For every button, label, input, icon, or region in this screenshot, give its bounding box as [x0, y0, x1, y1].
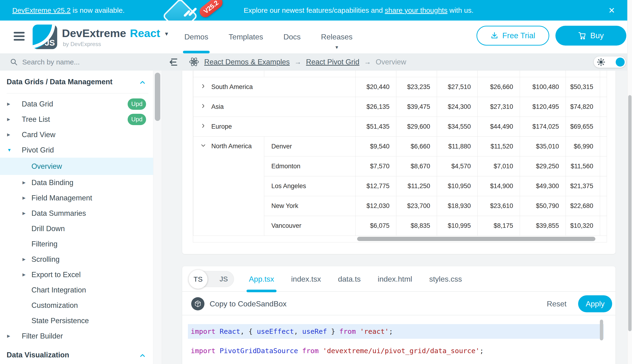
expand-row-icon[interactable]: [200, 123, 206, 130]
pivot-partial-cell: [600, 176, 607, 196]
pivot-value-cell: $12,030: [356, 196, 396, 216]
tab-data-ts[interactable]: data.ts: [338, 266, 361, 292]
pivot-header-cell: [356, 70, 396, 77]
theme-toggle[interactable]: [594, 56, 626, 68]
sidebar-item-card-view[interactable]: ▶Card View: [0, 127, 153, 142]
nav-item-releases[interactable]: Releases▼: [321, 20, 352, 53]
react-icon: [189, 56, 199, 68]
sidebar-item-state-persistence[interactable]: State Persistence: [0, 313, 153, 328]
sidebar-item-pivot-grid[interactable]: ▼Pivot Grid: [0, 142, 153, 158]
pivot-partial-cell: [600, 136, 607, 156]
chevron-down-icon[interactable]: ▼: [164, 31, 169, 37]
sidebar-item-label: Customization: [32, 301, 78, 310]
pivot-row-header-vancouver[interactable]: Vancouver: [264, 216, 356, 236]
lang-option-js[interactable]: JS: [220, 271, 228, 287]
sidebar-item-label: Drill Down: [32, 224, 65, 233]
sidebar-item-export-to-excel[interactable]: ▶Export to Excel: [0, 267, 153, 282]
buy-button[interactable]: Buy: [555, 26, 626, 46]
sidebar-item-overview[interactable]: Overview: [0, 158, 153, 175]
code-token: React: [220, 328, 240, 336]
pivot-value-cell: $29,600: [396, 116, 437, 136]
pivot-value-cell: $20,440: [356, 77, 396, 97]
nav-item-docs[interactable]: Docs: [283, 20, 301, 53]
pivot-partial-cell: [600, 216, 607, 236]
sidebar-item-chart-integration[interactable]: Chart Integration: [0, 282, 153, 298]
chevron-up-icon[interactable]: [140, 351, 145, 359]
horizontal-scrollbar-thumb[interactable]: [357, 237, 595, 241]
reset-button[interactable]: Reset: [547, 292, 566, 315]
pivot-row-header-asia[interactable]: Asia: [193, 97, 356, 116]
sidebar-item-scrolling[interactable]: ▶Scrolling: [0, 252, 153, 267]
sidebar-nav: Data Grids / Data Management▶Data GridUp…: [0, 70, 153, 364]
page-scrollbar-thumb[interactable]: [628, 95, 631, 331]
language-toggle[interactable]: TS JS: [189, 271, 234, 287]
pivot-partial-cell: [600, 196, 607, 216]
free-trial-button[interactable]: Free Trial: [477, 26, 549, 46]
sidebar-item-filter-builder[interactable]: ▶Filter Builder: [0, 328, 153, 344]
pivot-value-cell: $10,950: [437, 176, 478, 196]
pivot-value-cell: $6,990: [566, 136, 600, 156]
sidebar-item-label: Chart Integration: [32, 286, 86, 294]
pivot-value-cell: $44,490: [478, 116, 520, 136]
expand-row-icon[interactable]: [200, 103, 206, 110]
pivot-row-header-los-angeles[interactable]: Los Angeles: [264, 176, 356, 196]
triangle-collapsed-icon: ▶: [23, 257, 32, 262]
banner-version-link[interactable]: DevExtreme v25.2: [12, 6, 71, 14]
sidebar-scrollbar-thumb[interactable]: [155, 73, 160, 121]
pivot-value-cell: $69,655: [566, 116, 600, 136]
lang-option-ts[interactable]: TS: [189, 270, 207, 289]
sidebar-item-field-management[interactable]: ▶Field Management: [0, 190, 153, 206]
tab-index-tsx[interactable]: index.tsx: [291, 266, 321, 292]
expand-row-icon[interactable]: [200, 83, 206, 91]
sidebar-item-filtering[interactable]: Filtering: [0, 236, 153, 252]
sidebar-section-data-visualization[interactable]: Data Visualization: [0, 344, 153, 364]
sidebar-item-label: Card View: [22, 130, 55, 139]
tab-styles-css[interactable]: styles.css: [429, 266, 462, 292]
breadcrumb-react-pivot-grid[interactable]: React Pivot Grid: [306, 58, 359, 66]
pivot-row-header-north-america[interactable]: North America: [193, 136, 264, 236]
code-editor[interactable]: import React, { useEffect, useRef } from…: [188, 324, 604, 364]
collapse-sidebar-icon[interactable]: [168, 57, 179, 68]
nav-item-templates[interactable]: Templates: [229, 20, 263, 53]
pivot-row-header-edmonton[interactable]: Edmonton: [264, 156, 356, 176]
devextreme-js-logo[interactable]: JS: [33, 24, 57, 49]
code-scrollbar-thumb[interactable]: [600, 320, 603, 340]
sidebar-item-data-binding[interactable]: ▶Data Binding: [0, 175, 153, 190]
sidebar-item-customization[interactable]: Customization: [0, 298, 153, 313]
nav-item-demos[interactable]: Demos: [184, 20, 208, 53]
tab-index-html[interactable]: index.html: [378, 266, 412, 292]
close-icon[interactable]: ✕: [604, 0, 619, 20]
pivot-value-cell: $10,320: [566, 216, 600, 236]
apply-button[interactable]: Apply: [578, 295, 612, 312]
sidebar-item-label: Filtering: [32, 240, 57, 248]
page-scrollbar: [627, 0, 632, 364]
pivot-grid: South America$20,440$23,235$27,510$26,66…: [193, 70, 607, 242]
pivot-row-header-new-york[interactable]: New York: [264, 196, 356, 216]
sidebar-item-drill-down[interactable]: Drill Down: [0, 221, 153, 236]
pivot-row-header-denver[interactable]: Denver: [264, 136, 356, 156]
copy-to-codesandbox-button[interactable]: Copy to CodeSandBox: [210, 292, 287, 315]
breadcrumb-react-demos-examples[interactable]: React Demos & Examples: [204, 58, 290, 66]
sidebar-item-label: Tree List: [22, 115, 50, 124]
share-thoughts-link[interactable]: share your thoughts: [385, 6, 448, 14]
pivot-value-cell: $6,075: [356, 216, 396, 236]
sidebar-item-data-summaries[interactable]: ▶Data Summaries: [0, 206, 153, 221]
banner-release-text: DevExtreme v25.2 is now available.: [12, 0, 125, 20]
pivot-value-cell: $174,025: [520, 116, 566, 136]
pivot-value-cell: $24,300: [437, 97, 478, 116]
sidebar-item-tree-list[interactable]: ▶Tree ListUpd: [0, 112, 153, 127]
chevron-up-icon[interactable]: [140, 78, 145, 86]
tab-label: index.tsx: [291, 275, 321, 284]
sidebar-item-data-grid[interactable]: ▶Data GridUpd: [0, 96, 153, 112]
pivot-row-header-south-america[interactable]: South America: [193, 77, 356, 97]
framework-selector[interactable]: React: [130, 27, 160, 40]
pivot-value-cell: $26,135: [356, 97, 396, 116]
download-icon: [490, 32, 498, 40]
hamburger-menu-icon[interactable]: [14, 32, 25, 42]
pivot-row-header-europe[interactable]: Europe: [193, 116, 356, 136]
sidebar-section-data-grids-data-management[interactable]: Data Grids / Data Management: [0, 70, 153, 93]
search-input[interactable]: [22, 58, 151, 66]
active-nav-indicator: [183, 51, 210, 53]
collapse-row-icon[interactable]: [200, 142, 206, 150]
tab-app-tsx[interactable]: App.tsx: [249, 266, 274, 292]
